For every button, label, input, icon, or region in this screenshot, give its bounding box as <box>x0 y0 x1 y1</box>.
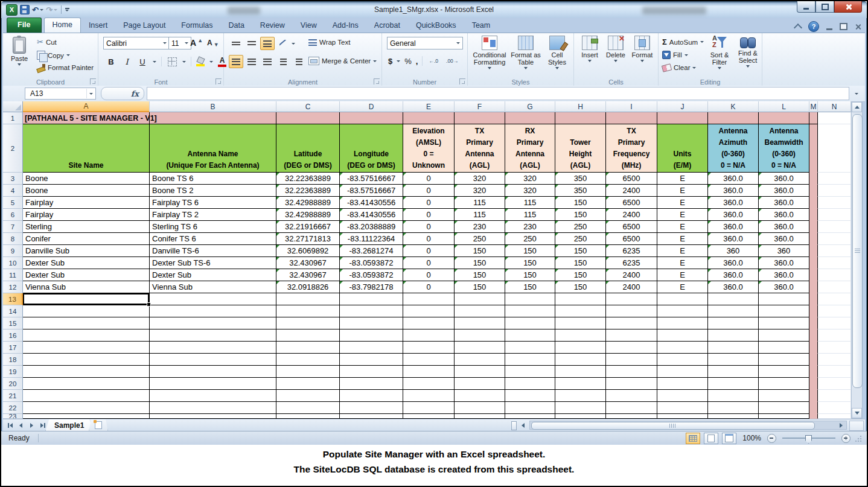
cell-J23[interactable] <box>657 414 708 419</box>
cell-E5[interactable]: 0 <box>403 197 455 209</box>
cell-G1[interactable] <box>505 112 555 124</box>
row-header-22[interactable]: 22 <box>3 402 23 414</box>
cell-B17[interactable] <box>150 342 276 354</box>
cell-D20[interactable] <box>340 378 403 390</box>
cell-F3[interactable]: 320 <box>455 173 505 185</box>
align-bottom-button[interactable] <box>260 37 275 50</box>
cell-L15[interactable] <box>759 317 809 329</box>
row-header-7[interactable]: 7 <box>3 221 23 233</box>
merge-center-button[interactable]: Merge & Center <box>308 57 377 65</box>
cell-H19[interactable] <box>555 366 606 378</box>
cell-N10[interactable] <box>818 257 851 269</box>
cell-M13[interactable] <box>809 293 818 305</box>
cell-D17[interactable] <box>340 342 403 354</box>
cell-D2[interactable]: Longitude(DEG or DMS) <box>340 124 403 173</box>
cell-G17[interactable] <box>505 342 555 354</box>
row-header-4[interactable]: 4 <box>3 185 23 197</box>
cell-E21[interactable] <box>403 390 455 402</box>
insert-cells-button[interactable]: Insert <box>578 33 602 62</box>
cell-C11[interactable]: 32.430967 <box>276 269 340 281</box>
row-header-3[interactable]: 3 <box>3 173 23 185</box>
cell-L18[interactable] <box>759 354 809 366</box>
horizontal-scroll-thumb[interactable] <box>531 422 815 430</box>
cell-E16[interactable] <box>403 329 455 342</box>
align-right-button[interactable] <box>260 55 275 68</box>
cell-C22[interactable] <box>276 402 340 414</box>
cell-M2[interactable] <box>809 124 818 173</box>
cell-B7[interactable]: Sterling TS 6 <box>150 221 276 233</box>
cell-H11[interactable]: 150 <box>555 269 606 281</box>
active-cell-A13[interactable] <box>23 293 150 305</box>
cell-J18[interactable] <box>657 354 708 366</box>
cell-F2[interactable]: TXPrimaryAntenna(AGL) <box>455 124 505 173</box>
cell-K4[interactable]: 360.0 <box>708 185 759 197</box>
cell-K20[interactable] <box>708 378 759 390</box>
cell-D4[interactable]: -83.57516667 <box>340 185 403 197</box>
cell-F13[interactable] <box>455 293 505 305</box>
cell-I20[interactable] <box>606 378 657 390</box>
cell-J22[interactable] <box>657 402 708 414</box>
cell-A18[interactable] <box>23 354 150 366</box>
cell-A19[interactable] <box>23 366 150 378</box>
row-header-2[interactable]: 2 <box>3 124 23 173</box>
cell-C3[interactable]: 32.22363889 <box>276 173 340 185</box>
cell-D21[interactable] <box>340 390 403 402</box>
ribbon-tab-file[interactable]: File <box>7 18 42 33</box>
cell-L8[interactable]: 360.0 <box>759 233 809 245</box>
cell-F14[interactable] <box>455 305 505 317</box>
cell-L2[interactable]: AntennaBeamwidth(0-360)0 = N/A <box>759 124 809 173</box>
cell-C20[interactable] <box>276 378 340 390</box>
row-header-5[interactable]: 5 <box>3 197 23 209</box>
cell-G4[interactable]: 320 <box>505 185 555 197</box>
cell-F8[interactable]: 250 <box>455 233 505 245</box>
cell-D13[interactable] <box>340 293 403 305</box>
cell-C14[interactable] <box>276 305 340 317</box>
row-header-17[interactable]: 17 <box>3 342 23 354</box>
tab-scrollbar-splitter[interactable] <box>511 421 517 430</box>
cell-I3[interactable]: 6500 <box>606 173 657 185</box>
cell-F1[interactable] <box>455 112 505 124</box>
cell-M15[interactable] <box>809 317 818 329</box>
cell-K3[interactable]: 360.0 <box>708 173 759 185</box>
cell-J2[interactable]: Units(E/M) <box>657 124 708 173</box>
row-header-9[interactable]: 9 <box>3 245 23 257</box>
cell-D18[interactable] <box>340 354 403 366</box>
grow-font-button[interactable]: A▲ <box>190 38 203 48</box>
cell-A17[interactable] <box>23 342 150 354</box>
cell-N20[interactable] <box>818 378 851 390</box>
close-button[interactable] <box>834 1 862 13</box>
cell-G6[interactable]: 115 <box>505 209 555 221</box>
cell-N4[interactable] <box>818 185 851 197</box>
cell-G13[interactable] <box>505 293 555 305</box>
cell-K2[interactable]: AntennaAzimuth(0-360)0 = N/A <box>708 124 759 173</box>
workbook-restore-icon[interactable] <box>840 23 847 30</box>
underline-button[interactable]: U <box>137 56 148 67</box>
cell-J20[interactable] <box>657 378 708 390</box>
cell-J17[interactable] <box>657 342 708 354</box>
cell-F16[interactable] <box>455 329 505 342</box>
cell-B21[interactable] <box>150 390 276 402</box>
borders-button[interactable] <box>167 56 177 67</box>
name-box[interactable]: A13 <box>25 88 96 100</box>
workbook-minimize-icon[interactable] <box>826 28 832 30</box>
column-header-N[interactable]: N <box>818 101 851 112</box>
shrink-font-button[interactable]: A▼ <box>207 38 219 48</box>
ribbon-tab-data[interactable]: Data <box>220 19 252 33</box>
cell-F23[interactable] <box>455 414 505 419</box>
accounting-format-button[interactable]: $ <box>388 57 392 66</box>
cell-B18[interactable] <box>150 354 276 366</box>
cell-F10[interactable]: 150 <box>455 257 505 269</box>
cell-N14[interactable] <box>818 305 851 317</box>
cell-L12[interactable]: 360.0 <box>759 281 809 293</box>
row-header-6[interactable]: 6 <box>3 209 23 221</box>
cell-B5[interactable]: Fairplay TS 6 <box>150 197 276 209</box>
select-all-corner[interactable] <box>3 101 23 112</box>
cell-K18[interactable] <box>708 354 759 366</box>
cell-L9[interactable]: 360 <box>759 245 809 257</box>
ribbon-tab-review[interactable]: Review <box>252 19 293 33</box>
number-format-combo[interactable]: General <box>387 37 463 49</box>
conditional-formatting-button[interactable]: Conditional Formatting <box>471 33 508 69</box>
cell-D8[interactable]: -83.11122364 <box>340 233 403 245</box>
cell-G10[interactable]: 150 <box>505 257 555 269</box>
column-header-H[interactable]: H <box>555 101 606 112</box>
